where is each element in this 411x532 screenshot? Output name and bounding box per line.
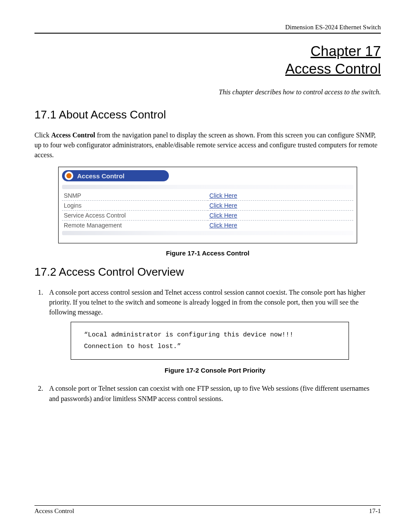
- chapter-description: This chapter describes how to control ac…: [34, 88, 381, 96]
- section1-paragraph: Click Access Control from the navigation…: [34, 130, 381, 160]
- product-name: Dimension ES-2024 Ethernet Switch: [285, 24, 381, 31]
- panel-title-text: Access Control: [77, 172, 125, 180]
- footer-left: Access Control: [34, 507, 74, 515]
- click-here-link[interactable]: Click Here: [209, 212, 237, 219]
- row-label: Service Access Control: [64, 212, 126, 219]
- panel-title-pill: Access Control: [62, 170, 169, 181]
- code-line: “Local administrator is configuring this…: [84, 329, 342, 341]
- document-page: Dimension ES-2024 Ethernet Switch Chapte…: [0, 0, 411, 532]
- chapter-name: Access Control: [285, 61, 381, 77]
- chapter-number: Chapter 17: [311, 43, 381, 59]
- figure-caption-17-2: Figure 17-2 Console Port Priority: [49, 366, 381, 375]
- running-header: Dimension ES-2024 Ethernet Switch: [34, 24, 381, 34]
- page-footer: Access Control 17-1: [34, 505, 381, 515]
- access-control-table: SNMP Click Here Logins Click Here Servic…: [62, 191, 353, 230]
- list-item: A console port or Telnet session can coe…: [45, 383, 381, 403]
- table-row: SNMP Click Here: [62, 191, 353, 201]
- code-line: Connection to host lost.”: [84, 341, 342, 352]
- bullet-icon: [65, 171, 73, 180]
- gradient-bar: [62, 185, 353, 189]
- chapter-title: Chapter 17 Access Control: [34, 42, 381, 78]
- section-heading-17-2: 17.2Access Control Overview: [34, 265, 381, 279]
- section-number: 17.1: [34, 108, 56, 121]
- bold-term: Access Control: [51, 131, 95, 139]
- table-row: Remote Management Click Here: [62, 221, 353, 230]
- click-here-link[interactable]: Click Here: [209, 202, 237, 209]
- row-label: Logins: [64, 202, 81, 209]
- footer-right: 17-1: [369, 507, 381, 515]
- table-row: Service Access Control Click Here: [62, 211, 353, 221]
- row-label: Remote Management: [64, 222, 122, 229]
- section-heading-17-1: 17.1About Access Control: [34, 108, 381, 121]
- section-title: About Access Control: [59, 108, 166, 121]
- numbered-list: A console port access control session an…: [34, 287, 381, 404]
- gradient-bar: [62, 231, 353, 235]
- click-here-link[interactable]: Click Here: [209, 192, 237, 199]
- list-item: A console port access control session an…: [45, 287, 381, 375]
- click-here-link[interactable]: Click Here: [209, 222, 237, 229]
- section-title: Access Control Overview: [59, 265, 184, 278]
- row-label: SNMP: [64, 192, 81, 199]
- section-number: 17.2: [34, 265, 56, 279]
- figure-17-1-screenshot: Access Control SNMP Click Here Logins Cl…: [58, 167, 357, 243]
- figure-17-2-message-box: “Local administrator is configuring this…: [71, 322, 349, 360]
- table-row: Logins Click Here: [62, 201, 353, 211]
- figure-caption-17-1: Figure 17-1 Access Control: [34, 249, 381, 257]
